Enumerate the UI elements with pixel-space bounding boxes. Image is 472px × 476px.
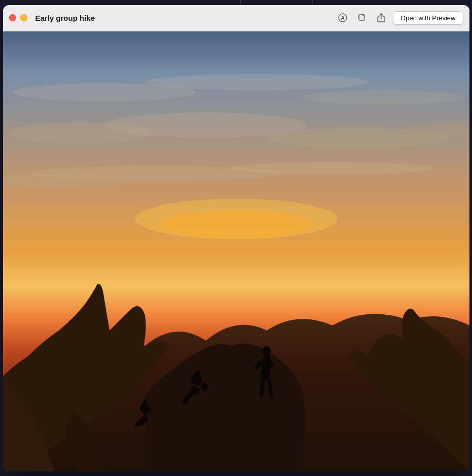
- toolbar-buttons: A Open with Preview: [335, 10, 463, 25]
- close-button[interactable]: ✕: [9, 14, 16, 21]
- titlebar: ✕ − Early group hike A: [3, 5, 469, 31]
- rock-silhouettes-layer: [3, 31, 469, 471]
- close-icon: ✕: [11, 15, 15, 20]
- share-button[interactable]: [374, 10, 389, 25]
- window-controls: ✕ −: [9, 14, 27, 21]
- rotate-button[interactable]: [354, 10, 370, 25]
- minimize-button[interactable]: −: [20, 14, 27, 21]
- rotate-icon: [357, 13, 367, 22]
- landscape-image: [3, 31, 469, 471]
- minimize-icon: −: [22, 15, 25, 20]
- svg-text:A: A: [341, 15, 344, 21]
- image-area: [3, 31, 469, 471]
- share-icon: [377, 13, 386, 22]
- open-with-preview-button[interactable]: Open with Preview: [393, 11, 463, 25]
- tooltip-annotations: المشاركة تدوير توصيف: [3, 0, 469, 5]
- main-window: المشاركة تدوير توصيف ✕ − Early group hik…: [3, 5, 469, 471]
- svg-point-15: [263, 346, 271, 355]
- window-title: Early group hike: [35, 14, 336, 22]
- describe-button[interactable]: A: [335, 10, 350, 25]
- describe-icon: A: [338, 13, 347, 22]
